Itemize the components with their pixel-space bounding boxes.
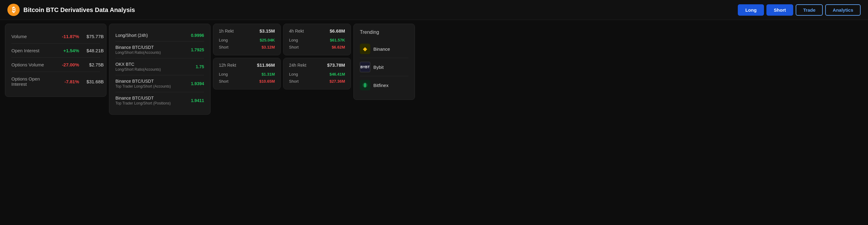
metric-row-volume: Volume -11.87% $75.77B (11, 30, 100, 44)
metric-value-open-interest: $48.21B (79, 48, 104, 53)
header-left: ₿ Bitcoin BTC Derivatives Data Analysis (7, 4, 135, 16)
btc-logo: ₿ (7, 4, 20, 16)
ratio-label-block-3: Binance BTC/USDT Top Trader Long/Short (… (116, 96, 170, 105)
rekt-long-value-24h: $46.41M (329, 72, 345, 77)
ratio-sub-1: Long/Short Ratio(Accounts) (116, 67, 161, 72)
ratio-label-block-0: Binance BTC/USDT Long/Short Ratio(Accoun… (116, 45, 161, 55)
trending-title: Trending (360, 30, 408, 35)
ratio-main-1: OKX BTC (116, 62, 161, 67)
rekt-long-value-1h: $25.04K (260, 38, 275, 42)
ratio-row-2: Binance BTC/USDT Top Trader Long/Short (… (116, 75, 204, 92)
rekt-header-1h: 1h Rekt $3.15M (219, 28, 275, 34)
rekt-col-left: 1h Rekt $3.15M Long $25.04K Short $3.12M… (213, 24, 281, 89)
ratio-header-label: Long/Short (24h) (116, 33, 148, 38)
rekt-short-label-1h: Short (219, 45, 228, 49)
nav-short-button[interactable]: Short (767, 4, 793, 16)
rekt-title-4h: 4h Rekt (289, 29, 304, 34)
rekt-title-1h: 1h Rekt (219, 29, 234, 34)
rekt-total-1h: $3.15M (259, 28, 275, 34)
ratio-row-0: Binance BTC/USDT Long/Short Ratio(Accoun… (116, 41, 204, 59)
header: ₿ Bitcoin BTC Derivatives Data Analysis … (0, 0, 868, 20)
ratio-card: Long/Short (24h) 0.9996 Binance BTC/USDT… (109, 24, 211, 115)
metric-change-volume: -11.87% (55, 34, 79, 39)
binance-label: Binance (373, 46, 390, 52)
bybit-icon: BYBT (360, 62, 370, 72)
ratio-val-2: 1.9394 (191, 81, 204, 86)
rekt-title-24h: 24h Rekt (289, 63, 306, 68)
metric-label-volume: Volume (11, 34, 55, 39)
ratio-row-3: Binance BTC/USDT Top Trader Long/Short (… (116, 92, 204, 109)
metric-value-options-oi: $31.68B (79, 79, 104, 84)
ratio-sub-3: Top Trader Long/Short (Positions) (116, 101, 170, 105)
bybit-label: Bybit (373, 65, 383, 70)
metric-label-options-oi: Options Open Interest (11, 76, 55, 87)
ratio-main-0: Binance BTC/USDT (116, 45, 161, 50)
bitfinex-label: Bitfinex (373, 83, 389, 88)
ratio-label-block-1: OKX BTC Long/Short Ratio(Accounts) (116, 62, 161, 72)
metric-change-options-oi: -7.81% (55, 79, 79, 84)
metric-value-volume: $75.77B (79, 34, 104, 39)
metric-row-options-volume: Options Volume -27.00% $2.75B (11, 58, 100, 72)
rekt-long-label-24h: Long (289, 72, 298, 77)
binance-icon: ◆ (360, 44, 370, 54)
rekt-long-12h: Long $1.31M (219, 71, 275, 78)
rekt-header-4h: 4h Rekt $6.68M (289, 28, 345, 34)
page-title: Bitcoin BTC Derivatives Data Analysis (23, 6, 135, 13)
bitfinex-icon (360, 80, 370, 90)
rekt-short-value-1h: $3.12M (261, 45, 275, 49)
rekt-card-12h: 12h Rekt $11.96M Long $1.31M Short $10.6… (213, 58, 281, 89)
rekt-long-value-4h: $61.57K (330, 38, 345, 42)
metric-label-open-interest: Open Interest (11, 48, 55, 53)
ratio-row-1: OKX BTC Long/Short Ratio(Accounts) 1.75 (116, 59, 204, 75)
header-nav: Long Short Trade Analytics (738, 4, 861, 16)
rekt-short-value-12h: $10.65M (259, 79, 275, 84)
trending-item-bybit[interactable]: BYBT Bybit (360, 58, 408, 76)
rekt-short-label-12h: Short (219, 79, 228, 84)
nav-long-button[interactable]: Long (738, 4, 764, 16)
rekt-long-label-12h: Long (219, 72, 228, 77)
rekt-short-12h: Short $10.65M (219, 78, 275, 85)
metric-label-options-volume: Options Volume (11, 62, 55, 67)
ratio-main-3: Binance BTC/USDT (116, 96, 170, 101)
rekt-short-4h: Short $6.62M (289, 44, 345, 51)
ratio-label-block-2: Binance BTC/USDT Top Trader Long/Short (… (116, 79, 171, 88)
rekt-header-12h: 12h Rekt $11.96M (219, 63, 275, 68)
metric-row-open-interest: Open Interest +1.54% $48.21B (11, 44, 100, 58)
ratio-sub-0: Long/Short Ratio(Accounts) (116, 50, 161, 55)
rekt-card-24h: 24h Rekt $73.78M Long $46.41M Short $27.… (283, 58, 351, 89)
nav-trade-button[interactable]: Trade (796, 4, 823, 16)
rekt-col-right: 4h Rekt $6.68M Long $61.57K Short $6.62M… (283, 24, 351, 89)
metric-value-options-volume: $2.75B (79, 62, 104, 67)
metric-change-options-volume: -27.00% (55, 62, 79, 67)
rekt-short-label-24h: Short (289, 79, 299, 84)
rekt-card-1h: 1h Rekt $3.15M Long $25.04K Short $3.12M (213, 24, 281, 55)
trending-item-binance[interactable]: ◆ Binance (360, 40, 408, 58)
rekt-long-value-12h: $1.31M (261, 72, 275, 77)
metrics-card: Volume -11.87% $75.77B Open Interest +1.… (5, 24, 106, 97)
rekt-short-label-4h: Short (289, 45, 299, 49)
rekt-total-24h: $73.78M (327, 63, 345, 68)
rekt-long-4h: Long $61.57K (289, 37, 345, 44)
trending-item-bitfinex[interactable]: Bitfinex (360, 76, 408, 94)
nav-analytics-button[interactable]: Analytics (825, 4, 861, 16)
ratio-header-row: Long/Short (24h) 0.9996 (116, 30, 204, 41)
rekt-card-4h: 4h Rekt $6.68M Long $61.57K Short $6.62M (283, 24, 351, 55)
rekt-long-24h: Long $46.41M (289, 71, 345, 78)
ratio-val-3: 1.9411 (191, 98, 204, 103)
ratio-val-0: 1.7925 (191, 47, 204, 52)
rekt-long-1h: Long $25.04K (219, 37, 275, 44)
rekt-total-12h: $11.96M (257, 63, 275, 68)
metric-change-open-interest: +1.54% (55, 48, 79, 53)
rekt-short-value-24h: $27.36M (329, 79, 345, 84)
rekt-long-label-1h: Long (219, 38, 228, 42)
ratio-val-1: 1.75 (196, 64, 204, 69)
rekt-short-24h: Short $27.36M (289, 78, 345, 85)
rekt-header-24h: 24h Rekt $73.78M (289, 63, 345, 68)
rekt-short-1h: Short $3.12M (219, 44, 275, 51)
ratio-main-2: Binance BTC/USDT (116, 79, 171, 84)
ratio-sub-2: Top Trader Long/Short (Accounts) (116, 84, 171, 88)
ratio-header-value: 0.9996 (191, 33, 204, 38)
trending-card: Trending ◆ Binance BYBT Bybit Bitfinex (353, 24, 415, 100)
metric-row-options-open-interest: Options Open Interest -7.81% $31.68B (11, 72, 100, 91)
rekt-title-12h: 12h Rekt (219, 63, 236, 68)
